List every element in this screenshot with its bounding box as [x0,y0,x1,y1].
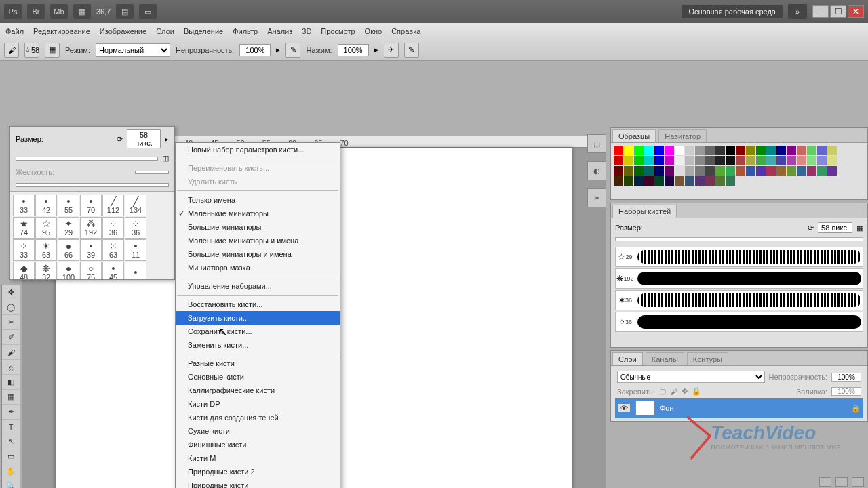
swatch[interactable] [685,176,694,186]
swatch[interactable] [827,166,837,176]
menu-Изображение[interactable]: Изображение [100,27,146,35]
swatch[interactable] [787,146,796,155]
swatch[interactable] [715,146,725,155]
zoom-tool-icon[interactable]: 🔍 [2,479,20,488]
menu-Файл[interactable]: Файл [5,27,24,35]
brush-preset-cell[interactable]: •11 [125,239,146,261]
move-tool-icon[interactable]: ✥ [2,285,20,300]
swatch[interactable] [624,176,633,186]
menu-Справка[interactable]: Справка [391,27,420,35]
brush-preset-cell[interactable]: ╱112 [102,195,124,216]
layers-tab[interactable]: Слои [612,352,643,365]
swatch[interactable] [787,156,796,165]
preset-size-value[interactable]: 58 пикс. [818,222,852,233]
visibility-icon[interactable]: 👁 [618,404,630,412]
swatches-grid[interactable] [611,143,867,188]
menu-item[interactable]: Природные кисти [176,479,340,488]
brush-tool-icon[interactable]: 🖌 [4,43,19,58]
color-panel-icon[interactable]: ⬚ [587,134,606,153]
swatch[interactable] [766,166,776,176]
expand-icon[interactable]: » [788,4,807,19]
swatch[interactable] [756,166,766,176]
arrange-icon[interactable]: ▤ [116,4,134,19]
swatch[interactable] [665,146,674,155]
swatch[interactable] [736,156,745,165]
lasso-tool-icon[interactable]: ◯ [2,300,20,315]
brush-preset-cell[interactable]: • [125,262,146,279]
menu-item[interactable]: Финишные кисти [176,438,340,451]
swatch[interactable] [695,176,705,186]
swatch[interactable] [685,156,694,165]
swatch[interactable] [634,146,644,155]
path-tool-icon[interactable]: ↖ [2,434,20,449]
swatch[interactable] [797,146,806,155]
swatch[interactable] [756,156,766,165]
swatch[interactable] [715,176,725,186]
brush-preset-cell[interactable]: ○75 [80,262,102,279]
brush-preset-cell[interactable]: •70 [80,195,102,216]
brush-preset-cell[interactable]: •33 [13,195,35,216]
layer-name[interactable]: Фон [660,404,674,412]
brush-preset-row[interactable]: ⁘36 [615,312,863,332]
panel-icon[interactable] [835,477,848,487]
swatch[interactable] [766,156,776,165]
brush-preset-cell[interactable]: •55 [58,195,79,216]
menu-item[interactable]: Миниатюра мазка [176,261,340,274]
airbrush-icon[interactable]: ✈ [384,43,399,58]
menu-Выделение[interactable]: Выделение [184,27,223,35]
channels-tab[interactable]: Каналы [646,352,684,365]
brush-preset-cell[interactable]: ✦29 [58,217,79,239]
swatch[interactable] [665,156,674,165]
menu-item[interactable]: Основные кисти [176,370,340,384]
tools-panel-icon[interactable]: ✂ [587,188,606,207]
swatch[interactable] [614,176,623,186]
size-value[interactable]: 58 пикс. [127,129,161,148]
brush-preset-cell[interactable]: ❋32 [35,262,57,279]
fill-input[interactable]: 100% [831,387,861,396]
brush-preset-cell[interactable]: •45 [102,262,124,279]
swatch[interactable] [827,146,837,155]
view-extras-icon[interactable]: ▦ [73,4,91,19]
menu-Слои[interactable]: Слои [156,27,174,35]
menu-item[interactable]: Кисти M [176,451,340,465]
swatches-tab[interactable]: Образцы [612,129,656,142]
hardness-value[interactable] [135,171,169,174]
brush-preset-cell[interactable]: ⁘36 [125,217,146,239]
swatch[interactable] [787,166,796,176]
swatch[interactable] [797,156,806,165]
brush-preset-cell[interactable]: ☆95 [35,217,57,239]
minibridge-icon[interactable]: Mb [50,4,68,19]
brush-panel-toggle-icon[interactable]: ▦ [45,43,60,58]
swatch[interactable] [726,156,735,165]
swatch[interactable] [817,156,827,165]
menu-Редактирование[interactable]: Редактирование [33,27,90,35]
menu-item[interactable]: Восстановить кисти... [176,298,340,311]
swatch[interactable] [715,166,725,176]
bridge-icon[interactable]: Br [27,4,45,19]
eyedropper-tool-icon[interactable]: ✐ [2,330,20,345]
menu-item[interactable]: Большие миниатюры [176,220,340,234]
refresh-icon[interactable]: ⟳ [808,224,814,232]
swatch[interactable] [685,146,694,155]
refresh-icon[interactable]: ⟳ [117,135,123,144]
pressure-opacity-icon[interactable]: ✎ [285,43,300,58]
swatch[interactable] [827,156,837,165]
swatch[interactable] [675,176,684,186]
swatch[interactable] [624,146,633,155]
menu-item[interactable]: Заменить кисти... [176,338,340,352]
menu-item[interactable]: Загрузить кисти... [176,311,340,325]
opacity-arrow-icon[interactable]: ▸ [276,45,280,54]
brush-preset-cell[interactable]: ⁙63 [102,239,124,261]
lock-pixels-icon[interactable]: 🖌 [670,388,677,396]
pressure-size-icon[interactable]: ✎ [404,43,419,58]
panel-icon[interactable] [852,477,864,487]
swatch[interactable] [624,166,633,176]
brush-preset-cell[interactable]: •39 [80,239,102,261]
swatch[interactable] [634,176,644,186]
zoom-level[interactable]: 36,7 [96,7,111,16]
swatch[interactable] [675,166,684,176]
menu-Просмотр[interactable]: Просмотр [321,27,355,35]
blend-mode-select[interactable]: Нормальный [96,43,170,57]
brush-preset-cell[interactable]: ⁂192 [80,217,102,239]
minimize-button[interactable]: — [812,5,829,18]
